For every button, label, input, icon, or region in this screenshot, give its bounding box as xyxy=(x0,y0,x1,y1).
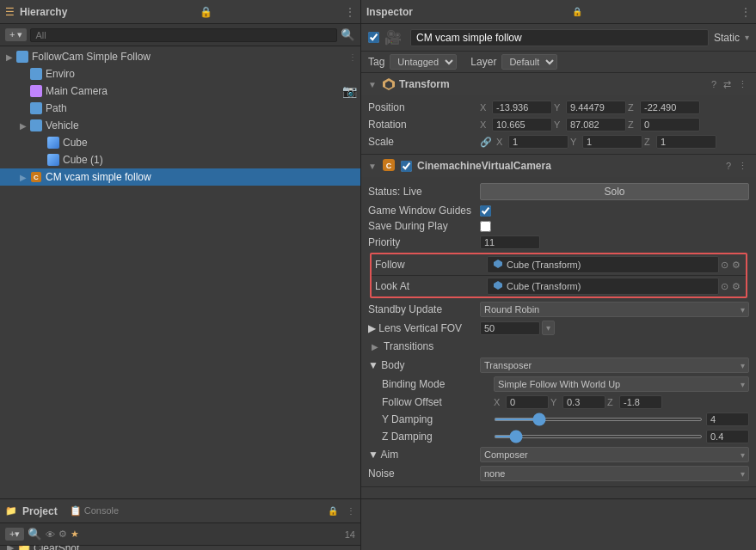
follow-offset-fields: X Y Z xyxy=(494,395,749,409)
tree-arrow-maincamera: ▶ xyxy=(17,87,29,96)
project-star-button[interactable]: ★ xyxy=(71,529,79,540)
layer-dropdown[interactable]: Default xyxy=(501,54,557,70)
y-damping-input[interactable] xyxy=(706,412,749,426)
inspector-scroll[interactable]: 🎥 Static ▾ Tag Untagged Layer Default ▼ xyxy=(361,24,756,498)
tree-item-vehicle[interactable]: ▶ Vehicle xyxy=(0,117,360,134)
pos-y-input[interactable] xyxy=(566,101,626,114)
static-label: Static xyxy=(714,32,740,44)
pos-z-input[interactable] xyxy=(640,101,700,114)
rot-x-input[interactable] xyxy=(492,118,552,131)
tag-layer-row: Tag Untagged Layer Default xyxy=(361,52,756,73)
folder-item-clearshot[interactable]: 📁 ClearShot xyxy=(17,546,79,550)
hierarchy-search-input[interactable] xyxy=(30,28,337,42)
rotation-fields: X Y Z xyxy=(480,118,749,131)
follow-settings-button[interactable]: ⚙ xyxy=(730,259,742,272)
tree-item-cube1[interactable]: ▶ Cube (1) xyxy=(0,151,360,168)
solo-button[interactable]: Solo xyxy=(480,183,749,200)
empty-bottom-panel xyxy=(361,499,756,550)
transform-settings-icon[interactable]: ⇄ xyxy=(722,79,733,90)
cm-kebab-icon[interactable]: ⋮ xyxy=(736,161,749,172)
body-header-label: ▼ Body xyxy=(368,359,480,371)
standby-update-value: Round Robin xyxy=(484,304,539,315)
hierarchy-lock-icon[interactable]: 🔒 xyxy=(200,6,212,18)
pos-x-input[interactable] xyxy=(492,101,552,114)
console-tab-label[interactable]: 📋 Console xyxy=(70,505,119,516)
cm-help-icon[interactable]: ? xyxy=(724,161,733,171)
follow-target-button[interactable]: ⊙ xyxy=(719,259,730,272)
transitions-section[interactable]: ▶ Transitions xyxy=(368,337,749,356)
z-damping-input[interactable] xyxy=(706,430,749,443)
static-arrow-icon[interactable]: ▾ xyxy=(745,33,749,42)
project-eye-button[interactable]: 👁 xyxy=(46,529,55,540)
binding-mode-row: Binding Mode Simple Follow With World Up… xyxy=(368,375,749,394)
hierarchy-menu-icon[interactable]: ⋮ xyxy=(345,6,355,18)
offset-z-input[interactable] xyxy=(619,395,662,409)
lookat-target-button[interactable]: ⊙ xyxy=(719,280,730,293)
offset-y-input[interactable] xyxy=(562,395,605,409)
scale-label: Scale xyxy=(368,136,480,148)
transform-header[interactable]: ▼ Transform ? ⇄ ⋮ xyxy=(361,73,756,95)
aim-dropdown[interactable]: Composer ▾ xyxy=(480,447,749,462)
priority-input[interactable] xyxy=(480,235,540,249)
tree-icon-followcam xyxy=(15,50,29,64)
body-dropdown[interactable]: Transposer ▾ xyxy=(480,358,749,373)
body-dropdown-arrow-icon: ▾ xyxy=(741,361,745,370)
inspector-lock-icon[interactable]: 🔒 xyxy=(572,7,582,16)
scale-x-input[interactable] xyxy=(508,135,569,149)
rot-z-input[interactable] xyxy=(640,118,700,131)
tree-arrow-cmvcam: ▶ xyxy=(17,173,29,182)
obj-name-input[interactable] xyxy=(410,29,709,46)
y-damping-slider[interactable] xyxy=(494,418,703,421)
hierarchy-add-button[interactable]: + ▾ xyxy=(5,28,27,41)
cinemachine-component: ▼ C CinemachineVirtualCamera ? ⋮ xyxy=(361,155,756,487)
cm-active-checkbox[interactable] xyxy=(401,161,412,172)
cinemachine-header[interactable]: ▼ C CinemachineVirtualCamera ? ⋮ xyxy=(361,155,756,177)
aim-header-label: ▼ Aim xyxy=(368,449,480,461)
project-menu-icon[interactable]: ⋮ xyxy=(347,506,355,516)
scale-y-input[interactable] xyxy=(582,135,642,149)
transform-kebab-icon[interactable]: ⋮ xyxy=(736,79,749,90)
project-lock-icon[interactable]: 🔒 xyxy=(328,506,338,516)
lens-fov-input[interactable] xyxy=(480,321,540,335)
count-badge: 14 xyxy=(345,529,355,540)
tree-item-cube[interactable]: ▶ Cube xyxy=(0,134,360,151)
project-add-button[interactable]: +▾ xyxy=(5,528,24,541)
lens-fov-dropdown[interactable]: ▾ xyxy=(542,321,555,335)
z-damping-slider[interactable] xyxy=(494,435,703,438)
tree-item-enviro[interactable]: ▶ Enviro xyxy=(0,65,360,82)
hierarchy-search-button[interactable]: 🔍 xyxy=(341,28,355,41)
offset-x-input[interactable] xyxy=(506,395,549,409)
tree-item-followcam[interactable]: ▶ FollowCam Simple Follow ⋮ xyxy=(0,48,360,65)
project-tab-label[interactable]: Project xyxy=(22,505,58,517)
tree-item-path[interactable]: ▶ Path xyxy=(0,100,360,117)
hierarchy-toolbar: + ▾ 🔍 xyxy=(0,24,360,46)
project-search-button[interactable]: 🔍 xyxy=(28,528,42,541)
inspector-menu-icon[interactable]: ⋮ xyxy=(741,6,751,18)
project-filter-button[interactable]: ⚙ xyxy=(58,529,67,540)
cm-component-icon: C xyxy=(382,158,396,174)
position-label: Position xyxy=(368,101,480,113)
obj-active-checkbox[interactable] xyxy=(368,32,379,43)
position-row: Position X Y Z xyxy=(368,99,749,116)
follow-field[interactable]: Cube (Transform) xyxy=(487,256,719,273)
scale-z-input[interactable] xyxy=(656,135,716,149)
tree-arrow-followcam: ▶ xyxy=(3,52,15,62)
lens-fov-label: ▶ Lens Vertical FOV xyxy=(368,322,480,334)
game-window-guides-checkbox[interactable] xyxy=(480,205,491,217)
rot-y-input[interactable] xyxy=(566,118,626,131)
tree-kebab-followcam[interactable]: ⋮ xyxy=(348,52,357,62)
save-during-play-checkbox[interactable] xyxy=(480,221,491,232)
lookat-field[interactable]: Cube (Transform) xyxy=(487,278,719,295)
rot-z-axis: Z xyxy=(628,119,638,130)
lookat-settings-button[interactable]: ⚙ xyxy=(730,280,742,293)
standby-update-dropdown[interactable]: Round Robin ▾ xyxy=(480,302,749,317)
tree-item-maincamera[interactable]: ▶ Main Camera 📷 xyxy=(0,82,360,100)
noise-row: Noise none ▾ xyxy=(368,464,749,483)
scale-link-icon: 🔗 xyxy=(480,137,492,148)
tag-dropdown[interactable]: Untagged xyxy=(390,54,457,70)
tree-item-cmvcam[interactable]: ▶ C CM vcam simple follow xyxy=(0,168,360,186)
project-toolbar: +▾ 🔍 👁 ⚙ ★ 14 xyxy=(0,523,360,546)
noise-dropdown[interactable]: none ▾ xyxy=(480,466,749,481)
binding-mode-dropdown[interactable]: Simple Follow With World Up ▾ xyxy=(494,376,749,392)
transform-help-icon[interactable]: ? xyxy=(710,79,718,89)
